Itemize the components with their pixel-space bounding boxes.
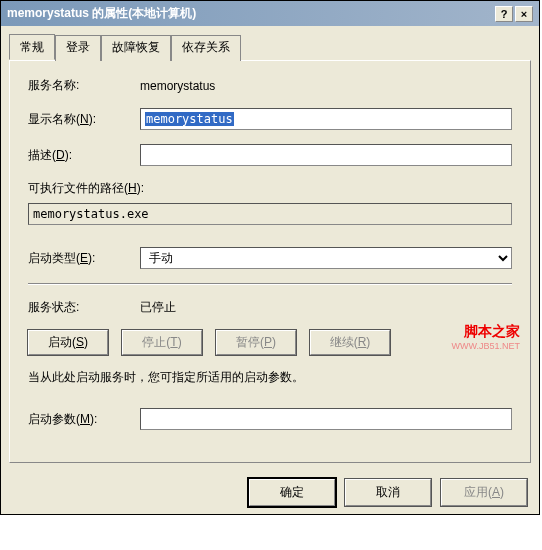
service-status-label: 服务状态: bbox=[28, 299, 140, 316]
exec-path-label: 可执行文件的路径(H): bbox=[28, 180, 512, 197]
titlebar-buttons: ? × bbox=[495, 6, 533, 22]
cancel-button[interactable]: 取消 bbox=[345, 479, 431, 506]
titlebar-text: memorystatus 的属性(本地计算机) bbox=[7, 5, 495, 22]
startup-type-row: 启动类型(E): 手动 bbox=[28, 247, 512, 269]
display-name-label: 显示名称(N): bbox=[28, 111, 140, 128]
tab-recovery[interactable]: 故障恢复 bbox=[101, 35, 171, 61]
service-name-value: memorystatus bbox=[140, 79, 512, 93]
close-button[interactable]: × bbox=[515, 6, 533, 22]
tabs: 常规 登录 故障恢复 依存关系 bbox=[9, 34, 531, 60]
start-params-hint: 当从此处启动服务时，您可指定所适用的启动参数。 bbox=[28, 369, 512, 386]
separator bbox=[28, 283, 512, 285]
tab-panel-general: 服务名称: memorystatus 显示名称(N): memorystatus… bbox=[9, 60, 531, 463]
pause-button: 暂停(P) bbox=[216, 330, 296, 355]
stop-button: 停止(T) bbox=[122, 330, 202, 355]
ok-button[interactable]: 确定 bbox=[249, 479, 335, 506]
tab-logon[interactable]: 登录 bbox=[55, 35, 101, 61]
start-params-row: 启动参数(M): bbox=[28, 408, 512, 430]
properties-dialog: memorystatus 的属性(本地计算机) ? × 常规 登录 故障恢复 依… bbox=[0, 0, 540, 515]
service-control-buttons: 启动(S) 停止(T) 暂停(P) 继续(R) bbox=[28, 330, 512, 355]
tab-general[interactable]: 常规 bbox=[9, 34, 55, 60]
display-name-selection: memorystatus bbox=[145, 112, 234, 126]
apply-button: 应用(A) bbox=[441, 479, 527, 506]
service-status-value: 已停止 bbox=[140, 299, 512, 316]
resume-button: 继续(R) bbox=[310, 330, 390, 355]
service-name-row: 服务名称: memorystatus bbox=[28, 77, 512, 94]
exec-path-input[interactable] bbox=[28, 203, 512, 225]
dialog-footer: 确定 取消 应用(A) bbox=[1, 471, 539, 514]
startup-type-label: 启动类型(E): bbox=[28, 250, 140, 267]
help-button[interactable]: ? bbox=[495, 6, 513, 22]
start-params-input[interactable] bbox=[140, 408, 512, 430]
start-params-label: 启动参数(M): bbox=[28, 411, 140, 428]
display-name-row: 显示名称(N): memorystatus bbox=[28, 108, 512, 130]
startup-type-select[interactable]: 手动 bbox=[140, 247, 512, 269]
description-label: 描述(D): bbox=[28, 147, 140, 164]
display-name-input[interactable]: memorystatus bbox=[140, 108, 512, 130]
service-status-row: 服务状态: 已停止 bbox=[28, 299, 512, 316]
tab-dependency[interactable]: 依存关系 bbox=[171, 35, 241, 61]
service-name-label: 服务名称: bbox=[28, 77, 140, 94]
titlebar: memorystatus 的属性(本地计算机) ? × bbox=[1, 1, 539, 26]
description-row: 描述(D): bbox=[28, 144, 512, 166]
start-button[interactable]: 启动(S) bbox=[28, 330, 108, 355]
description-input[interactable] bbox=[140, 144, 512, 166]
